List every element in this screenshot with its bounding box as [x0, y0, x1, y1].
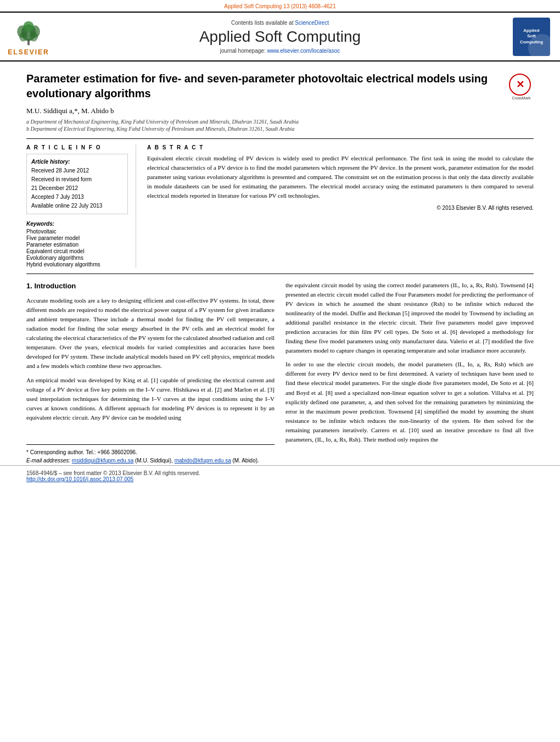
history-label: Article history:: [31, 158, 123, 166]
intro-heading: 1. Introduction: [26, 281, 275, 292]
received-date: Received 28 June 2012: [31, 166, 123, 175]
affiliation-a: a Department of Mechanical Engineering, …: [26, 119, 503, 125]
journal-header: ELSEVIER Contents lists available at Sci…: [0, 12, 560, 62]
keyword-5: Evolutionary algorithms: [26, 255, 128, 261]
keyword-1: Photovoltaic: [26, 228, 128, 235]
article-info: A R T I C L E I N F O Article history: R…: [26, 144, 136, 268]
email1-link[interactable]: msiddiqui@kfupm.edu.sa: [72, 458, 133, 464]
article-title: Parameter estimation for five- and seven…: [26, 71, 503, 101]
journal-logo: Applied Soft Computing: [513, 18, 550, 56]
keyword-3: Parameter estimation: [26, 242, 128, 248]
article-title-section: Parameter estimation for five- and seven…: [26, 62, 534, 139]
homepage-line: journal homepage: www.elsevier.com/locat…: [56, 48, 504, 54]
intro-para2: An empirical model was developed by King…: [26, 376, 275, 422]
copyright: © 2013 Elsevier B.V. All rights reserved…: [147, 205, 534, 211]
journal-title: Applied Soft Computing: [56, 28, 504, 46]
body-section: 1. Introduction Accurate modeling tools …: [26, 274, 534, 465]
footnote-corresponding: * Corresponding author. Tel.: +966 38602…: [26, 448, 275, 457]
footnote-email: E-mail addresses: msiddiqui@kfupm.edu.sa…: [26, 456, 275, 465]
journal-center: Contents lists available at ScienceDirec…: [56, 20, 504, 54]
sciencedirect-link[interactable]: ScienceDirect: [295, 20, 329, 26]
keyword-6: Hybrid evolutionary algorithms: [26, 261, 128, 267]
revised-label: Received in revised form: [31, 175, 123, 184]
keyword-4: Equivalent circuit model: [26, 248, 128, 254]
col2-para1: the equivalent circuit model by using th…: [285, 281, 534, 355]
article-info-title: A R T I C L E I N F O: [26, 144, 128, 150]
article-meta-section: A R T I C L E I N F O Article history: R…: [26, 139, 534, 274]
footer-issn: 1568-4946/$ – see front matter © 2013 El…: [26, 470, 534, 476]
elsevier-tree-icon: [12, 17, 45, 47]
affiliation-b: b Department of Electrical Engineering, …: [26, 126, 503, 132]
abstract-text: Equivalent electric circuit modeling of …: [147, 154, 534, 200]
doi-link[interactable]: http://dx.doi.org/10.1016/j.asoc.2013.07…: [26, 476, 133, 482]
email2-link[interactable]: mabido@kfupm.edu.sa: [175, 458, 231, 464]
abstract-section: A B S T R A C T Equivalent electric circ…: [147, 144, 534, 268]
article-authors: M.U. Siddiqui a,*, M. Abido b: [26, 107, 503, 115]
accepted-date: Accepted 7 July 2013: [31, 193, 123, 202]
revised-date: 21 December 2012: [31, 184, 123, 193]
svg-point-5: [19, 32, 27, 42]
elsevier-logo: ELSEVIER: [7, 17, 51, 56]
body-col-left: 1. Introduction Accurate modeling tools …: [26, 281, 275, 465]
intro-para1: Accurate modeling tools are a key to des…: [26, 296, 275, 371]
citation-text: Applied Soft Computing 13 (2013) 4608–46…: [224, 3, 335, 9]
article-content: Parameter estimation for five- and seven…: [0, 62, 560, 465]
contents-line: Contents lists available at ScienceDirec…: [56, 20, 504, 26]
elsevier-brand: ELSEVIER: [8, 48, 49, 56]
article-title-text: Parameter estimation for five- and seven…: [26, 71, 503, 133]
article-history-block: Article history: Received 28 June 2012 R…: [26, 154, 128, 214]
footnote-area: * Corresponding author. Tel.: +966 38602…: [26, 444, 275, 465]
homepage-link[interactable]: www.elsevier.com/locate/asoc: [267, 48, 340, 54]
keywords-section: Keywords: Photovoltaic Five parameter mo…: [26, 221, 128, 267]
citation-bar: Applied Soft Computing 13 (2013) 4608–46…: [0, 0, 560, 12]
keywords-label: Keywords:: [26, 221, 128, 227]
svg-point-6: [30, 32, 38, 42]
crossmark-box: ✕ CrossMark: [509, 74, 534, 100]
crossmark-label: CrossMark: [509, 96, 534, 100]
keyword-2: Five parameter model: [26, 235, 128, 241]
footer-doi: http://dx.doi.org/10.1016/j.asoc.2013.07…: [26, 476, 534, 482]
crossmark-icon: ✕: [509, 74, 531, 96]
journal-logo-box: Applied Soft Computing: [509, 18, 553, 56]
online-date: Available online 22 July 2013: [31, 202, 123, 210]
body-col-right: the equivalent circuit model by using th…: [285, 281, 534, 465]
logo-text: Applied Soft Computing: [520, 28, 543, 45]
abstract-title: A B S T R A C T: [147, 144, 534, 150]
svg-point-4: [24, 21, 34, 32]
col2-para2: In order to use the electric circuit mod…: [285, 360, 534, 444]
page-footer: 1568-4946/$ – see front matter © 2013 El…: [0, 465, 560, 482]
